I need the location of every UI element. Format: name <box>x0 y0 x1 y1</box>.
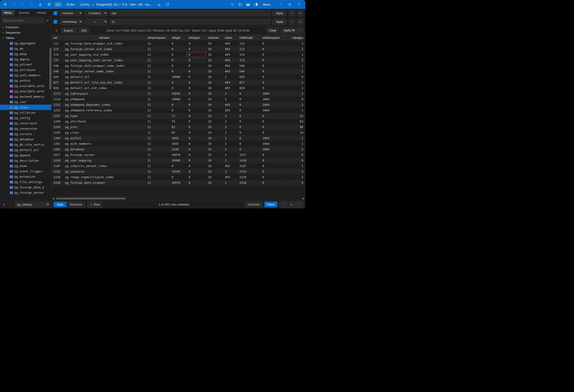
cell[interactable]: 1 <box>287 63 305 69</box>
cell[interactable]: pg_default_acl_role_nsp_obj_index <box>63 80 145 85</box>
cell[interactable]: pg_class <box>63 130 145 136</box>
cell[interactable]: 1418 <box>237 158 260 163</box>
sidebar-table-item[interactable]: pg_am <box>0 46 51 51</box>
sidebar-search-input[interactable] <box>1 18 44 23</box>
cell[interactable]: 403 <box>223 85 238 91</box>
cell[interactable]: 0 <box>287 180 305 186</box>
cell[interactable]: 549 <box>237 69 260 74</box>
sidebar-table-item[interactable]: pg_conversion <box>0 126 51 131</box>
cell[interactable]: 2224 <box>237 169 260 175</box>
cell[interactable]: 0 <box>287 158 305 163</box>
cell[interactable]: 11 <box>145 169 170 175</box>
cell[interactable]: 0 <box>186 63 206 69</box>
cell[interactable]: 10 <box>206 180 223 186</box>
nav-prev-button[interactable] <box>280 202 287 208</box>
panel-right-icon[interactable] <box>253 1 259 8</box>
cell[interactable]: 1 <box>287 141 305 147</box>
cell[interactable]: 828 <box>237 85 260 91</box>
cell[interactable]: 403 <box>223 175 238 180</box>
tab-history[interactable]: History <box>34 10 49 15</box>
cell[interactable]: 1261 <box>52 141 63 147</box>
cell[interactable]: 10 <box>206 80 223 85</box>
cell[interactable]: 2 <box>223 180 238 186</box>
panel-bottom-icon[interactable] <box>245 1 251 8</box>
cell[interactable]: 1 <box>287 108 305 113</box>
cell[interactable]: 11 <box>145 130 170 136</box>
cell[interactable]: 1214 <box>52 97 63 102</box>
cell[interactable]: 2 <box>223 141 238 147</box>
cell[interactable]: 10 <box>206 147 223 152</box>
cell[interactable]: 1 <box>287 85 305 91</box>
column-header[interactable]: relfilenode <box>237 35 260 41</box>
cell[interactable]: 10 <box>206 74 223 80</box>
cell[interactable]: 10 <box>206 158 223 163</box>
cell[interactable]: 0 <box>170 85 186 91</box>
cell[interactable]: 2 <box>287 175 305 180</box>
cell[interactable]: 1664 <box>260 141 287 147</box>
nav-settings-button[interactable] <box>287 202 295 208</box>
cell[interactable]: pg_user_mapping_oid_index <box>63 52 145 58</box>
cell[interactable]: 10 <box>206 41 223 46</box>
table-row[interactable]: 828pg_default_acl_oid_index1100104038280… <box>52 85 305 91</box>
cell[interactable]: 10 <box>206 97 223 102</box>
cell[interactable]: 403 <box>223 52 238 58</box>
cell[interactable]: 10088 <box>170 74 186 80</box>
cell[interactable]: 0 <box>170 163 186 169</box>
cell[interactable]: 11 <box>145 175 170 180</box>
sidebar-table-item[interactable]: pg_event_trigger <box>0 169 51 174</box>
cell[interactable]: 0 <box>186 58 206 63</box>
cell[interactable]: pg_range_rngmultitypid_index <box>63 175 145 180</box>
cell[interactable]: 0 <box>170 102 186 108</box>
cell[interactable]: 1664 <box>260 91 287 97</box>
cell[interactable]: 0 <box>237 124 260 130</box>
cell[interactable]: 1664 <box>260 147 287 152</box>
filter-field-select[interactable]: relname <box>59 10 82 16</box>
filter-enabled-checkbox[interactable]: ✓ <box>53 11 58 15</box>
cell[interactable]: 10 <box>206 119 223 124</box>
table-row[interactable]: 1259pg_class118301020014 <box>52 130 305 136</box>
cell[interactable]: 2224 <box>52 169 63 175</box>
cell[interactable]: 11 <box>145 63 170 69</box>
cell[interactable]: 10 <box>206 58 223 63</box>
table-row[interactable]: 112pg_foreign_data_wrapper_oid_index1100… <box>52 41 305 46</box>
sidebar-table-item[interactable]: pg_available_exte <box>0 89 51 94</box>
cell[interactable]: 11 <box>145 91 170 97</box>
cell[interactable]: 1259 <box>52 130 63 136</box>
cell[interactable]: pg_default_acl <box>63 74 145 80</box>
cell[interactable]: 403 <box>223 108 238 113</box>
cell[interactable]: 1248 <box>170 147 186 152</box>
cell[interactable]: 549 <box>52 69 63 74</box>
cell[interactable]: 1249 <box>52 119 63 124</box>
cell[interactable]: 0 <box>186 180 206 186</box>
cell[interactable]: 174 <box>237 52 260 58</box>
cell[interactable]: 1233 <box>52 108 63 113</box>
cell[interactable]: 403 <box>223 63 238 69</box>
cell[interactable]: 1417 <box>52 152 63 158</box>
cell[interactable]: 10056 <box>170 91 186 97</box>
cell[interactable]: 0 <box>186 69 206 74</box>
table-row[interactable]: 827pg_default_acl_role_nsp_obj_index1100… <box>52 80 305 85</box>
cell[interactable]: 0 <box>260 41 287 46</box>
cell[interactable]: 10 <box>206 63 223 69</box>
cell[interactable]: pg_auth_members <box>63 141 145 147</box>
cell[interactable]: 0 <box>260 119 287 124</box>
sidebar-table-item[interactable]: pg_attrdef <box>0 62 51 67</box>
cell[interactable]: 11 <box>145 113 170 119</box>
filter-remove-button[interactable]: − <box>289 19 295 25</box>
table-row[interactable]: 1233pg_shdepend_reference_index110010403… <box>52 108 305 113</box>
filter-field-select[interactable]: relnamespa… <box>59 19 82 25</box>
cell[interactable]: 0 <box>237 102 260 108</box>
add-row-button[interactable]: ＋Row <box>87 201 102 208</box>
menu-button[interactable]: Menu <box>263 3 270 6</box>
cell[interactable]: 0 <box>260 85 287 91</box>
cell[interactable]: 0 <box>260 63 287 69</box>
cell[interactable]: 403 <box>223 58 238 63</box>
cell[interactable]: 0 <box>186 91 206 97</box>
table-row[interactable]: 1213pg_tablespace11100560102016641 <box>52 91 305 97</box>
cell[interactable]: 0 <box>186 80 206 85</box>
cell[interactable]: 0 <box>260 58 287 63</box>
filter-remove-button[interactable]: − <box>289 10 295 16</box>
table-row[interactable]: 175pg_user_mapping_user_server_index1100… <box>52 58 305 63</box>
cell[interactable]: 827 <box>52 80 63 85</box>
cell[interactable]: 1 <box>287 58 305 63</box>
